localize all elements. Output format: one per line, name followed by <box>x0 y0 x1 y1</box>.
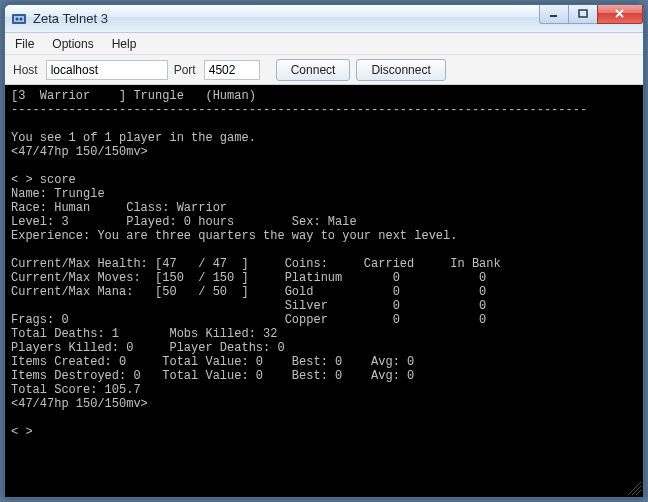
term-line: Current/Max Health: [47 / 47 ] Coins: Ca… <box>11 257 501 271</box>
term-line: <47/47hp 150/150mv> <box>11 145 148 159</box>
disconnect-button[interactable]: Disconnect <box>356 59 445 81</box>
connection-bar: Host Port Connect Disconnect <box>5 55 643 85</box>
term-line: Items Created: 0 Total Value: 0 Best: 0 … <box>11 355 414 369</box>
term-line: Silver 0 0 <box>11 299 486 313</box>
term-line: Level: 3 Played: 0 hours Sex: Male <box>11 215 357 229</box>
close-button[interactable] <box>597 5 643 24</box>
term-line: Total Score: 105.7 <box>11 383 141 397</box>
app-icon <box>11 11 27 27</box>
term-line: Current/Max Mana: [50 / 50 ] Gold 0 0 <box>11 285 486 299</box>
resize-grip[interactable] <box>627 481 641 495</box>
menu-file[interactable]: File <box>15 37 34 51</box>
terminal-output[interactable]: [3 Warrior ] Trungle (Human) -----------… <box>5 85 643 497</box>
term-line: <47/47hp 150/150mv> <box>11 397 148 411</box>
term-line: Items Destroyed: 0 Total Value: 0 Best: … <box>11 369 414 383</box>
maximize-button[interactable] <box>568 5 598 24</box>
host-input[interactable] <box>46 60 168 80</box>
term-line: < > <box>11 425 33 439</box>
window-buttons <box>540 5 643 24</box>
term-line: Total Deaths: 1 Mobs Killed: 32 <box>11 327 277 341</box>
term-line: Race: Human Class: Warrior <box>11 201 227 215</box>
svg-point-3 <box>20 17 23 20</box>
term-line: Name: Trungle <box>11 187 105 201</box>
term-line: < > score <box>11 173 76 187</box>
menu-help[interactable]: Help <box>112 37 137 51</box>
title-bar[interactable]: Zeta Telnet 3 <box>5 5 643 33</box>
term-line: Players Killed: 0 Player Deaths: 0 <box>11 341 285 355</box>
term-line: ----------------------------------------… <box>11 103 587 117</box>
window-title: Zeta Telnet 3 <box>33 11 108 26</box>
term-line: [3 Warrior ] Trungle (Human) <box>11 89 256 103</box>
term-line: Experience: You are three quarters the w… <box>11 229 457 243</box>
host-label: Host <box>13 63 38 77</box>
term-line: Frags: 0 Copper 0 0 <box>11 313 486 327</box>
term-line: You see 1 of 1 player in the game. <box>11 131 256 145</box>
connect-button[interactable]: Connect <box>276 59 351 81</box>
svg-rect-5 <box>579 10 587 17</box>
app-window: Zeta Telnet 3 File Options Help Host Por… <box>4 4 644 498</box>
svg-point-2 <box>16 17 19 20</box>
port-label: Port <box>174 63 196 77</box>
port-input[interactable] <box>204 60 260 80</box>
minimize-button[interactable] <box>539 5 569 24</box>
menu-options[interactable]: Options <box>52 37 93 51</box>
menu-bar: File Options Help <box>5 33 643 55</box>
term-line: Current/Max Moves: [150 / 150 ] Platinum… <box>11 271 486 285</box>
